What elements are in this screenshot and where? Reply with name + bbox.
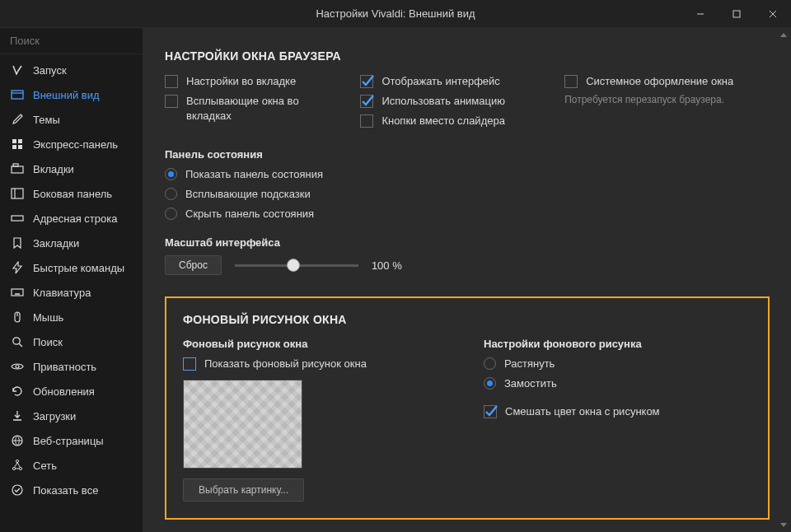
checkbox-show-background[interactable]: Показать фоновый рисунок окна	[183, 357, 451, 371]
reset-scale-button[interactable]: Сброс	[165, 255, 222, 275]
search-input[interactable]	[0, 28, 143, 54]
sidebar-item-label: Приватность	[33, 361, 96, 373]
window-options-row: Настройки во вкладке Всплывающие окна во…	[165, 74, 770, 133]
svg-point-29	[12, 485, 22, 495]
sidebar-item-show-all[interactable]: Показать все	[0, 478, 143, 502]
sidebar-item-updates[interactable]: Обновления	[0, 379, 143, 404]
window-options-col1: Настройки во вкладке Всплывающие окна во…	[165, 74, 335, 133]
sidebar-item-label: Адресная строка	[33, 212, 117, 225]
radio-icon	[484, 377, 496, 390]
address-icon	[10, 211, 25, 226]
svg-point-28	[19, 467, 21, 469]
sidebar-item-privacy[interactable]: Приватность	[0, 354, 143, 379]
sidebar-item-themes[interactable]: Темы	[0, 107, 143, 132]
checkbox-buttons-instead-slider[interactable]: Кнопки вместо слайдера	[360, 114, 540, 128]
checkbox-icon	[183, 357, 196, 371]
sidebar-item-quick-commands[interactable]: Быстрые команды	[0, 255, 143, 280]
svg-rect-14	[12, 216, 23, 221]
radio-tile[interactable]: Замостить	[484, 376, 751, 391]
slider-handle[interactable]	[287, 259, 300, 272]
checkbox-icon	[484, 405, 497, 418]
radio-icon	[484, 357, 496, 370]
radio-label: Замостить	[504, 376, 557, 391]
svg-point-26	[16, 460, 18, 462]
checkbox-blend-color[interactable]: Смешать цвет окна с рисунком	[484, 404, 751, 419]
scrollbar[interactable]	[778, 30, 789, 530]
bg-right-header: Настройки фонового рисунка	[484, 338, 751, 350]
brush-icon	[10, 112, 25, 127]
close-button[interactable]	[755, 0, 791, 28]
minimize-button[interactable]	[682, 0, 718, 28]
mouse-icon	[10, 310, 25, 324]
scale-controls: Сброс 100 %	[165, 255, 770, 275]
checkbox-label: Настройки во вкладке	[186, 74, 296, 89]
title-bar: Настройки Vivaldi: Внешний вид	[0, 0, 791, 28]
grid-icon	[10, 137, 25, 152]
sidebar-item-label: Боковая панель	[33, 188, 112, 200]
sidebar-item-keyboard[interactable]: Клавиатура	[0, 280, 143, 305]
search-container	[0, 28, 143, 54]
vivaldi-icon	[10, 63, 25, 77]
checkbox-use-animation[interactable]: Использовать анимацию	[360, 94, 540, 109]
scroll-up-icon[interactable]	[780, 33, 787, 37]
sidebar-item-search[interactable]: Поиск	[0, 329, 143, 354]
sidebar-item-panel[interactable]: Боковая панель	[0, 181, 143, 206]
sidebar-item-label: Экспресс-панель	[33, 138, 118, 151]
scroll-down-icon[interactable]	[780, 523, 787, 527]
background-thumbnail[interactable]	[183, 380, 302, 469]
sidebar-item-downloads[interactable]: Загрузки	[0, 404, 143, 428]
sidebar-item-address-bar[interactable]: Адресная строка	[0, 206, 143, 231]
section-title-browser-window: НАСТРОЙКИ ОКНА БРАУЗЕРА	[165, 49, 770, 63]
sidebar-item-label: Обновления	[33, 385, 95, 398]
checkbox-icon	[360, 114, 373, 128]
scale-slider[interactable]	[235, 259, 358, 272]
show-all-icon	[10, 483, 25, 497]
sidebar-item-label: Показать все	[33, 484, 98, 497]
svg-rect-7	[18, 139, 22, 143]
radio-hide-status-panel[interactable]: Скрыть панель состояния	[165, 207, 770, 222]
svg-rect-10	[12, 166, 23, 173]
sidebar-item-label: Вкладки	[33, 163, 74, 175]
sidebar-item-label: Быстрые команды	[33, 262, 124, 274]
checkbox-system-chrome[interactable]: Системное оформление окна	[564, 74, 770, 89]
sidebar-item-mouse[interactable]: Мышь	[0, 305, 143, 329]
svg-rect-1	[733, 11, 740, 17]
maximize-button[interactable]	[718, 0, 755, 28]
checkbox-label: Всплывающие окна во вкладках	[186, 94, 335, 124]
network-icon	[10, 458, 25, 473]
choose-image-button[interactable]: Выбрать картинку...	[183, 478, 304, 502]
sidebar-item-label: Внешний вид	[33, 89, 100, 101]
sidebar-item-speed-dial[interactable]: Экспресс-панель	[0, 132, 143, 156]
sidebar-item-bookmarks[interactable]: Закладки	[0, 231, 143, 255]
checkbox-icon	[564, 75, 578, 88]
refresh-icon	[10, 384, 25, 399]
tabs-icon	[10, 161, 25, 176]
background-right-column: Настройки фонового рисунка Растянуть Зам…	[484, 338, 751, 502]
sidebar-item-startup[interactable]: Запуск	[0, 58, 143, 82]
sidebar-item-network[interactable]: Сеть	[0, 453, 143, 478]
sidebar-item-tabs[interactable]: Вкладки	[0, 156, 143, 181]
bookmark-icon	[10, 236, 25, 250]
checkbox-label: Использовать анимацию	[381, 94, 505, 109]
radio-label: Показать панель состояния	[185, 167, 323, 182]
svg-rect-15	[12, 289, 23, 296]
checkbox-popups-in-tabs[interactable]: Всплывающие окна во вкладках	[165, 94, 335, 124]
checkbox-label: Смешать цвет окна с рисунком	[505, 404, 660, 419]
svg-line-23	[19, 343, 22, 347]
svg-rect-12	[12, 189, 23, 198]
sidebar-item-webpages[interactable]: Веб-страницы	[0, 428, 143, 453]
radio-show-status-panel[interactable]: Показать панель состояния	[165, 167, 770, 182]
radio-popups-hints[interactable]: Всплывающие подсказки	[165, 187, 770, 202]
checkbox-icon	[165, 75, 178, 88]
svg-point-22	[13, 338, 20, 344]
checkbox-show-ui[interactable]: Отображать интерфейс	[360, 74, 540, 89]
sidebar-item-appearance[interactable]: Внешний вид	[0, 82, 143, 107]
svg-rect-8	[12, 145, 16, 149]
svg-rect-4	[12, 91, 23, 99]
radio-stretch[interactable]: Растянуть	[484, 357, 751, 371]
content-pane: НАСТРОЙКИ ОКНА БРАУЗЕРА Настройки во вкл…	[143, 28, 791, 532]
svg-rect-6	[12, 139, 16, 143]
checkbox-settings-in-tab[interactable]: Настройки во вкладке	[165, 74, 335, 89]
svg-point-27	[12, 467, 15, 469]
background-left-column: Фоновый рисунок окна Показать фоновый ри…	[183, 338, 451, 502]
